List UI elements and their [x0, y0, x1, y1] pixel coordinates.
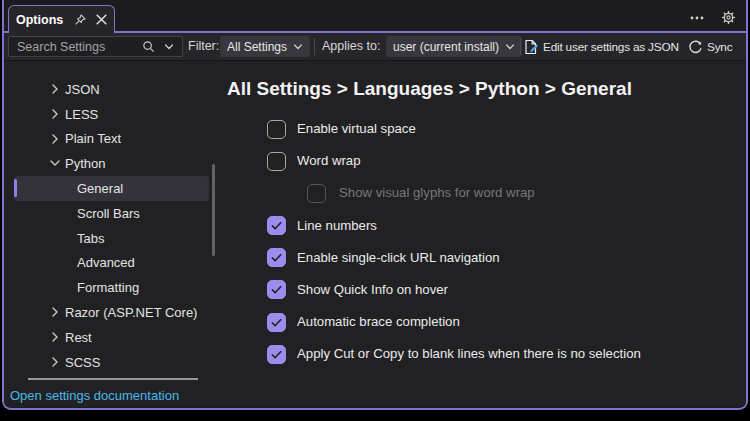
search-icon[interactable] — [142, 40, 155, 53]
tree-item-label: SCSS — [65, 355, 100, 370]
tab-title: Options — [16, 13, 63, 27]
tree-item-plain-text[interactable]: Plain Text — [14, 127, 209, 152]
tree-item-json[interactable]: JSON — [14, 77, 209, 102]
sync-icon — [688, 39, 703, 54]
titlebar-actions — [689, 4, 736, 35]
tree-item-advanced[interactable]: Advanced — [14, 251, 209, 276]
checkmark-icon — [270, 283, 283, 296]
option-row: Word wrap — [222, 145, 746, 177]
tree-item-label: Tabs — [77, 231, 104, 246]
tree-item-rest[interactable]: Rest — [14, 325, 209, 350]
option-row: Show Quick Info on hover — [222, 274, 746, 306]
chevron-down-icon — [505, 42, 515, 52]
options-window: Options — [2, 0, 748, 410]
ellipsis-icon[interactable] — [689, 11, 705, 29]
tree-item-formatting[interactable]: Formatting — [14, 275, 209, 300]
search-input[interactable]: Search Settings — [8, 36, 183, 57]
sync-label: Sync — [707, 40, 732, 54]
tree-item-label: JSON — [65, 82, 100, 97]
checkbox-show-quick-info-on-hover[interactable] — [267, 280, 286, 299]
edit-json-label: Edit user settings as JSON — [543, 40, 679, 54]
applies-to-dropdown[interactable]: user (current install) — [386, 36, 522, 57]
tree-item-label: Rest — [65, 330, 92, 345]
edit-json-icon — [523, 39, 539, 55]
tree-scrollbar[interactable] — [212, 164, 215, 256]
option-label: Enable single-click URL navigation — [297, 242, 500, 274]
option-label: Enable virtual space — [297, 113, 416, 145]
tree-item-python[interactable]: Python — [14, 151, 209, 176]
checkbox-automatic-brace-completion[interactable] — [267, 313, 286, 332]
checkbox-enable-single-click-url-navigation[interactable] — [267, 248, 286, 267]
chevron-right-icon[interactable] — [48, 132, 62, 146]
checkbox-line-numbers[interactable] — [267, 216, 286, 235]
option-label: Apply Cut or Copy to blank lines when th… — [297, 338, 641, 370]
filter-label: Filter: — [188, 33, 219, 60]
checkbox-show-visual-glyphs-for-word-wrap — [307, 184, 326, 203]
search-placeholder: Search Settings — [17, 40, 142, 54]
checkmark-icon — [270, 316, 283, 329]
checkmark-icon — [270, 251, 283, 264]
option-row: Line numbers — [222, 210, 746, 242]
chevron-right-icon[interactable] — [48, 305, 62, 319]
checkmark-icon — [270, 348, 283, 361]
tree-item-label: General — [77, 181, 123, 196]
toolbar-separator — [520, 38, 521, 55]
option-label: Word wrap — [297, 145, 361, 177]
tree-item-razor-asp-net-core-[interactable]: Razor (ASP.NET Core) — [14, 300, 209, 325]
applies-to-value: user (current install) — [393, 40, 499, 54]
search-options-chevron-icon[interactable] — [164, 42, 174, 52]
option-label: Automatic brace completion — [297, 306, 460, 338]
settings-tree: JSONLESSPlain TextPythonGeneralScroll Ba… — [4, 61, 222, 407]
tree-item-scss[interactable]: SCSS — [14, 350, 209, 375]
option-label: Show visual glyphs for word wrap — [339, 177, 535, 209]
sync-button[interactable]: Sync — [688, 35, 732, 58]
chevron-right-icon[interactable] — [48, 82, 62, 96]
chevron-right-icon[interactable] — [48, 107, 62, 121]
checkmark-icon — [270, 219, 283, 232]
settings-panel: All Settings > Languages > Python > Gene… — [222, 61, 746, 407]
close-icon[interactable] — [95, 13, 108, 26]
sidebar-divider — [28, 378, 198, 380]
gear-icon[interactable] — [721, 10, 736, 29]
tree-item-tabs[interactable]: Tabs — [14, 226, 209, 251]
chevron-down-icon[interactable] — [48, 156, 62, 170]
tree-item-less[interactable]: LESS — [14, 102, 209, 127]
toolbar-separator — [314, 38, 315, 55]
tree-item-label: Razor (ASP.NET Core) — [65, 305, 197, 320]
toolbar: Search Settings Filter: All Settings — [4, 31, 746, 60]
applies-to-label: Applies to: — [322, 33, 380, 60]
option-row: Automatic brace completion — [222, 306, 746, 338]
option-row: Enable virtual space — [222, 113, 746, 145]
checkbox-enable-virtual-space[interactable] — [267, 120, 286, 139]
tree-item-label: Advanced — [77, 255, 135, 270]
tree-item-label: Scroll Bars — [77, 206, 140, 221]
chevron-right-icon[interactable] — [48, 355, 62, 369]
option-label: Show Quick Info on hover — [297, 274, 448, 306]
option-row: Apply Cut or Copy to blank lines when th… — [222, 338, 746, 370]
tree-item-label: Python — [65, 156, 105, 171]
tree-item-general[interactable]: General — [14, 176, 209, 201]
body: JSONLESSPlain TextPythonGeneralScroll Ba… — [4, 60, 746, 407]
tree-item-label: Formatting — [77, 280, 139, 295]
options-tab[interactable]: Options — [8, 5, 115, 33]
tree-item-label: LESS — [65, 107, 98, 122]
filter-value: All Settings — [227, 40, 287, 54]
option-label: Line numbers — [297, 210, 377, 242]
checkbox-word-wrap[interactable] — [267, 152, 286, 171]
tree-item-label: Plain Text — [65, 131, 121, 146]
option-row: Enable single-click URL navigation — [222, 242, 746, 274]
screen: Options — [0, 0, 750, 421]
checkbox-apply-cut-or-copy-to-blank-lines-when-there-is-no-selection[interactable] — [267, 345, 286, 364]
tree-item-scroll-bars[interactable]: Scroll Bars — [14, 201, 209, 226]
open-settings-doc-link[interactable]: Open settings documentation — [10, 388, 179, 403]
chevron-right-icon[interactable] — [48, 330, 62, 344]
title-bar: Options — [4, 0, 746, 31]
breadcrumb-heading: All Settings > Languages > Python > Gene… — [227, 78, 632, 100]
edit-json-button[interactable]: Edit user settings as JSON — [523, 35, 679, 58]
pin-icon[interactable] — [73, 13, 87, 27]
option-row: Show visual glyphs for word wrap — [222, 177, 746, 209]
chevron-down-icon — [293, 42, 303, 52]
filter-dropdown[interactable]: All Settings — [220, 36, 310, 57]
